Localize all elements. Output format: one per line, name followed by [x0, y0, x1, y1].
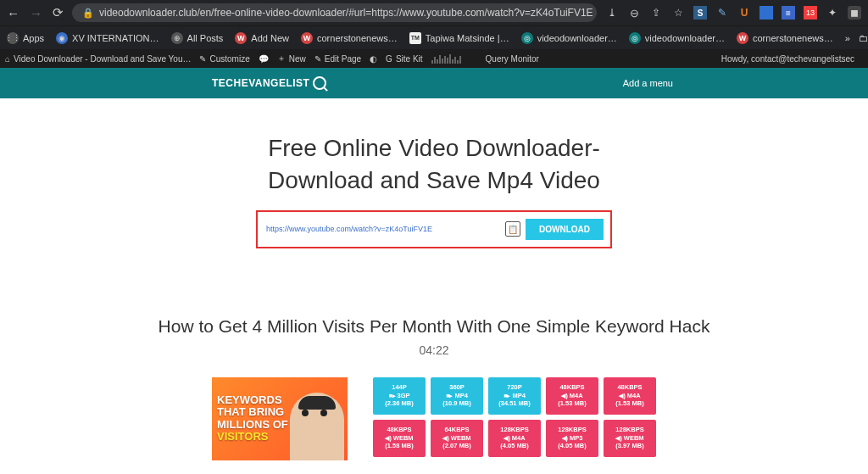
bookmark-label: Tapiwa Matsinde |…	[426, 33, 509, 43]
extension-docs-icon[interactable]: ≡	[782, 6, 795, 20]
page-title: Free Online Video Downloader- Download a…	[0, 132, 868, 197]
home-icon: ⌂	[5, 54, 10, 64]
format-tile[interactable]: 128KBPS◀)WEBM(3.97 MB)	[604, 420, 656, 457]
results-row: KEYWORDS THAT BRING MILLIONS OF VISITORS…	[0, 377, 868, 460]
browser-toolbar: ← → ⟳ 🔒 videodownloader.club/en/free-onl…	[0, 0, 868, 25]
wp-query-monitor[interactable]: Query Monitor	[486, 54, 539, 64]
format-tile[interactable]: 48KBPS◀)M4A(1.53 MB)	[546, 377, 598, 415]
other-bookmarks[interactable]: 🗀 Other Bo	[859, 28, 868, 48]
format-tile[interactable]: 360P■▸MP4(10.9 MB)	[431, 377, 483, 415]
wp-comments[interactable]: 💬	[259, 54, 269, 64]
page-content: Free Online Video Downloader- Download a…	[0, 98, 868, 460]
bookmark-label: Apps	[23, 33, 44, 43]
video-duration: 04:22	[0, 343, 868, 357]
bookmark-apps[interactable]: ⋮⋮ Apps	[7, 32, 44, 44]
video-title: How to Get 4 Million Visits Per Month Wi…	[0, 316, 868, 337]
extension-u-icon[interactable]: U	[737, 6, 751, 20]
format-grid: 144P■▸3GP(2.36 MB)360P■▸MP4(10.9 MB)720P…	[373, 377, 656, 460]
extension-blue-icon[interactable]	[760, 6, 773, 20]
format-tile[interactable]: 128KBPS◀)M4A(4.05 MB)	[488, 420, 541, 457]
bookmark-label: All Posts	[187, 33, 224, 43]
wp-howdy[interactable]: Howdy, contact@techevangelistsec	[721, 54, 854, 64]
bookmark-label: cornerstonenews…	[753, 33, 833, 43]
brush-icon: ✎	[199, 54, 206, 64]
w-icon: W	[737, 32, 748, 44]
wp-label: Edit Page	[325, 54, 361, 64]
wp-stats-icon[interactable]: ◐	[370, 54, 377, 64]
wp-site-title[interactable]: ⌂ Video Downloader - Download and Save Y…	[5, 54, 191, 64]
stats-icon: ◐	[370, 54, 377, 64]
bookmark-label: cornerstonenews…	[317, 33, 398, 43]
format-tile[interactable]: 48KBPS◀)M4A(1.53 MB)	[604, 377, 656, 415]
extensions-puzzle-icon[interactable]: ✦	[826, 6, 839, 20]
wp-icon: ⊕	[171, 32, 183, 44]
plus-icon: ＋	[277, 53, 286, 64]
add-menu-link[interactable]: Add a menu	[623, 78, 673, 88]
wp-sitekit[interactable]: G Site Kit	[386, 54, 422, 64]
wp-customize[interactable]: ✎ Customize	[199, 54, 249, 64]
back-icon[interactable]: ←	[7, 6, 19, 20]
wp-label: Video Downloader - Download and Save You…	[14, 54, 191, 64]
apps-icon: ⋮⋮	[7, 32, 19, 44]
download-button[interactable]: DOWNLOAD	[526, 219, 604, 240]
bookmark-cs2[interactable]: W cornerstonenews…	[737, 32, 833, 44]
wp-label: Site Kit	[396, 54, 423, 64]
download-box: 📋 DOWNLOAD	[256, 210, 612, 248]
bookmark-allposts[interactable]: ⊕ All Posts	[171, 32, 224, 44]
video-url-input[interactable]	[264, 221, 500, 237]
tm-icon: TM	[409, 32, 421, 44]
bookmark-xv[interactable]: ◉ XV INTERNATION…	[56, 32, 159, 44]
g-icon: G	[386, 54, 392, 64]
format-tile[interactable]: 144P■▸3GP(2.36 MB)	[373, 377, 426, 415]
site-header: TECHEVANGELIST Add a menu	[0, 68, 868, 98]
globe-icon: ◉	[56, 32, 68, 44]
site-logo[interactable]: TECHEVANGELIST	[212, 76, 326, 90]
bookmark-cs1[interactable]: W cornerstonenews…	[301, 32, 398, 44]
wp-new[interactable]: ＋ New	[277, 53, 306, 64]
clipboard-icon[interactable]: 📋	[505, 221, 520, 237]
zoom-icon[interactable]: ⊖	[627, 6, 641, 20]
bookmarks-chevron[interactable]: »	[845, 33, 850, 43]
bookmark-tm[interactable]: TM Tapiwa Matsinde |…	[409, 32, 509, 44]
video-thumbnail[interactable]: KEYWORDS THAT BRING MILLIONS OF VISITORS	[212, 377, 348, 460]
w-icon: W	[235, 32, 247, 44]
star-icon[interactable]: ☆	[671, 6, 685, 20]
bookmark-label: videodownloader…	[645, 33, 725, 43]
bookmark-vd1[interactable]: ◎ videodownloader…	[521, 32, 617, 44]
wp-graph[interactable]	[431, 53, 477, 64]
extension-s-icon[interactable]: S	[693, 6, 707, 20]
toolbar-right: ⤓ ⊖ ⇪ ☆ S ✎ U ≡ 13 ✦ ◼	[605, 6, 861, 20]
wp-label: Customize	[209, 54, 249, 64]
bookmark-vd2[interactable]: ◎ videodownloader…	[629, 32, 725, 44]
w-icon: W	[301, 32, 313, 44]
bookmarks-bar: ⋮⋮ Apps ◉ XV INTERNATION… ⊕ All Posts W …	[0, 25, 868, 49]
title-line1: Free Online Video Downloader-	[268, 135, 600, 161]
format-tile[interactable]: 720P■▸MP4(34.51 MB)	[488, 377, 541, 415]
title-line2: Download and Save Mp4 Video	[268, 167, 600, 193]
format-tile[interactable]: 64KBPS◀)WEBM(2.07 MB)	[431, 420, 483, 457]
extension-cal-icon[interactable]: 13	[804, 6, 817, 20]
bookmark-label: videodownloader…	[537, 33, 617, 43]
account-icon[interactable]: ◼	[848, 6, 861, 20]
wp-admin-bar: ⌂ Video Downloader - Download and Save Y…	[0, 49, 868, 68]
magnifier-icon	[313, 76, 326, 90]
bookmark-label: Add New	[251, 33, 289, 43]
address-bar[interactable]: 🔒 videodownloader.club/en/free-online-vi…	[72, 3, 597, 22]
logo-text: TECHEVANGELIST	[212, 77, 309, 89]
lock-icon: 🔒	[82, 8, 94, 19]
format-tile[interactable]: 48KBPS◀)WEBM(1.58 MB)	[373, 420, 426, 457]
wp-edit[interactable]: ✎ Edit Page	[314, 54, 361, 64]
folder-icon: 🗀	[859, 33, 868, 43]
pencil-icon: ✎	[314, 54, 321, 64]
bookmark-addnew[interactable]: W Add New	[235, 32, 289, 44]
wp-label: Howdy, contact@techevangelistsec	[721, 54, 854, 64]
share-icon[interactable]: ⇪	[649, 6, 663, 20]
extension-pencil-icon[interactable]: ✎	[715, 6, 729, 20]
site-icon: ◎	[521, 32, 533, 44]
face-graphic	[290, 393, 344, 460]
reload-icon[interactable]: ⟳	[53, 5, 64, 20]
install-icon[interactable]: ⤓	[605, 6, 619, 20]
wp-label: New	[289, 54, 306, 64]
format-tile[interactable]: 128KBPS◀)MP3(4.05 MB)	[546, 420, 598, 457]
forward-icon[interactable]: →	[30, 6, 42, 20]
